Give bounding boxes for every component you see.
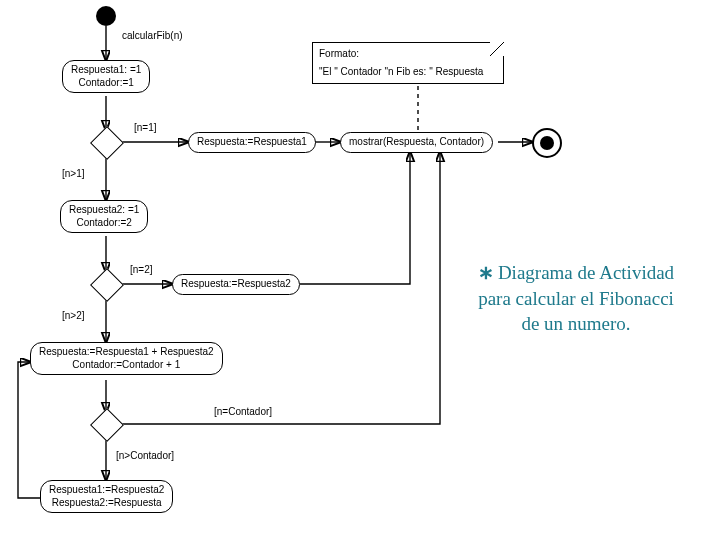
- decision-contador: [90, 408, 124, 442]
- guard-n-gt-contador: [n>Contador]: [116, 450, 174, 461]
- activity-init2: Respuesta2: =1Contador:=2: [60, 200, 148, 233]
- caption-line3: de un numero.: [438, 311, 714, 337]
- activity-resp-eq-r1-text: Respuesta:=Respuesta1: [197, 136, 307, 147]
- asterisk-icon: ∗: [478, 262, 494, 283]
- decision-n1: [90, 126, 124, 160]
- activity-loop-body: Respuesta:=Respuesta1 + Respuesta2Contad…: [30, 342, 223, 375]
- final-node: [532, 128, 562, 158]
- activity-resp-eq-r2-text: Respuesta:=Respuesta2: [181, 278, 291, 289]
- guard-n-gt-2: [n>2]: [62, 310, 85, 321]
- note-formato: Formato: "El " Contador "n Fib es: " Res…: [312, 42, 504, 84]
- activity-init1: Respuesta1: =1Contador:=1: [62, 60, 150, 93]
- activity-resp-eq-r2: Respuesta:=Respuesta2: [172, 274, 300, 295]
- guard-n-eq-2: [n=2]: [130, 264, 153, 275]
- activity-mostrar-text: mostrar(Respuesta, Contador): [349, 136, 484, 147]
- activity-loop-body-text: Respuesta:=Respuesta1 + Respuesta2Contad…: [39, 346, 214, 370]
- diagram-caption: ∗Diagrama de Actividad para calcular el …: [438, 260, 714, 337]
- caption-line2: para calcular el Fibonacci: [438, 286, 714, 312]
- activity-init1-text: Respuesta1: =1Contador:=1: [71, 64, 141, 88]
- decision-n2: [90, 268, 124, 302]
- note-title: Formato:: [319, 47, 497, 61]
- note-fold-icon: [490, 42, 504, 56]
- activity-swap-text: Respuesta1:=Respuesta2Respuesta2:=Respue…: [49, 484, 164, 508]
- activity-swap: Respuesta1:=Respuesta2Respuesta2:=Respue…: [40, 480, 173, 513]
- caption-line1: Diagrama de Actividad: [498, 262, 674, 283]
- guard-n-gt-1: [n>1]: [62, 168, 85, 179]
- note-body: "El " Contador "n Fib es: " Respuesta: [319, 65, 497, 79]
- activity-diagram-canvas: calcularFib(n) Respuesta1: =1Contador:=1…: [0, 0, 720, 540]
- initial-node: [96, 6, 116, 26]
- activity-mostrar: mostrar(Respuesta, Contador): [340, 132, 493, 153]
- activity-init2-text: Respuesta2: =1Contador:=2: [69, 204, 139, 228]
- call-label: calcularFib(n): [122, 30, 183, 41]
- guard-n-eq-contador: [n=Contador]: [214, 406, 272, 417]
- activity-resp-eq-r1: Respuesta:=Respuesta1: [188, 132, 316, 153]
- guard-n-eq-1: [n=1]: [134, 122, 157, 133]
